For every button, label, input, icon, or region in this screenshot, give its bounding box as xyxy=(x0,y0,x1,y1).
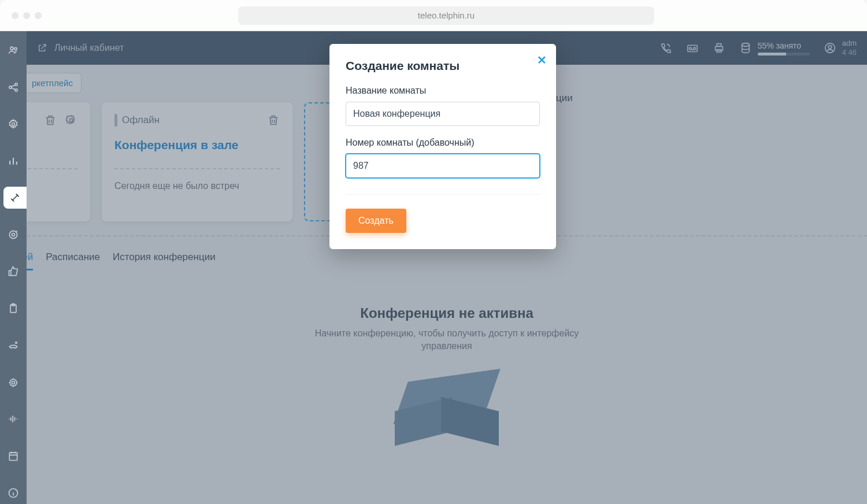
traffic-light-minimize[interactable] xyxy=(23,12,30,19)
browser-chrome: teleo.telphin.ru xyxy=(0,0,867,31)
calendar-icon xyxy=(8,450,19,462)
sidebar-item-record[interactable] xyxy=(0,372,27,394)
target-icon xyxy=(8,229,19,240)
users-icon xyxy=(8,45,19,56)
sidebar-item-like[interactable] xyxy=(0,261,27,283)
sidebar-item-settings[interactable] xyxy=(0,113,27,135)
svg-point-10 xyxy=(12,381,15,384)
svg-point-5 xyxy=(12,123,15,125)
room-number-input[interactable] xyxy=(346,154,540,178)
sidebar-item-network[interactable] xyxy=(0,76,27,98)
svg-point-0 xyxy=(10,47,13,50)
sidebar-item-missed[interactable] xyxy=(0,335,27,357)
sidebar-item-audio[interactable] xyxy=(0,408,27,430)
modal-title: Создание комнаты xyxy=(346,59,540,73)
room-number-label: Номер комнаты (добавочный) xyxy=(346,138,540,148)
gear-icon xyxy=(8,118,19,130)
sidebar-item-info[interactable] xyxy=(0,482,27,504)
svg-point-7 xyxy=(12,234,15,236)
svg-point-11 xyxy=(10,379,17,386)
svg-rect-12 xyxy=(9,453,17,460)
room-name-label: Название комнаты xyxy=(346,86,540,96)
sidebar xyxy=(0,31,27,504)
sidebar-item-contacts[interactable] xyxy=(0,39,27,61)
sidebar-item-calendar[interactable] xyxy=(0,445,27,467)
camera-target-icon xyxy=(8,377,19,388)
waveform-icon xyxy=(8,413,19,425)
share-icon xyxy=(8,81,19,93)
svg-point-1 xyxy=(14,47,17,50)
main-area: Личный кабинет 55% занято xyxy=(27,31,867,504)
traffic-lights xyxy=(12,12,42,19)
sidebar-item-clipboard[interactable] xyxy=(0,298,27,320)
url-text: teleo.telphin.ru xyxy=(418,10,475,20)
close-icon[interactable]: ✕ xyxy=(537,53,547,67)
sidebar-item-stats[interactable] xyxy=(0,150,27,172)
tools-icon xyxy=(9,192,21,203)
phone-missed-icon xyxy=(8,340,19,351)
info-icon xyxy=(8,487,19,499)
clipboard-icon xyxy=(8,303,19,314)
bars-icon xyxy=(8,155,19,166)
create-room-modal: ✕ Создание комнаты Название комнаты Номе… xyxy=(329,44,556,249)
room-name-input[interactable] xyxy=(346,102,540,126)
sidebar-item-target[interactable] xyxy=(0,224,27,246)
create-button[interactable]: Создать xyxy=(346,209,406,233)
url-bar[interactable]: teleo.telphin.ru xyxy=(238,6,654,25)
sidebar-item-tools[interactable] xyxy=(3,187,27,209)
thumbs-up-icon xyxy=(8,266,19,277)
traffic-light-close[interactable] xyxy=(12,12,18,19)
traffic-light-zoom[interactable] xyxy=(35,12,42,19)
